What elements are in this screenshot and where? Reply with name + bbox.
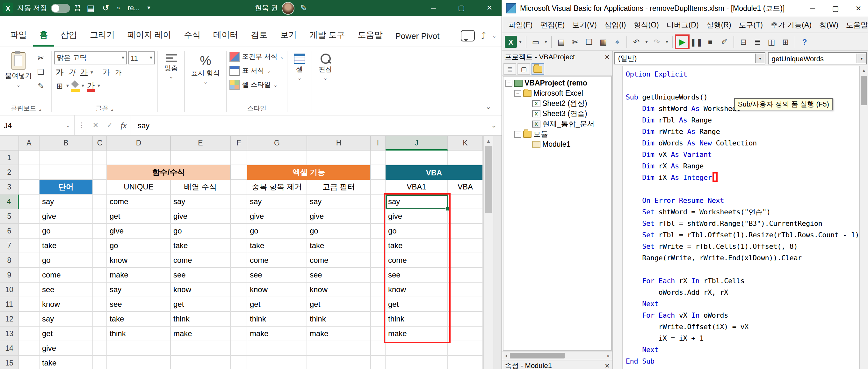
code-line-23[interactable]: rWrite.Offset(iX) = vX (626, 321, 859, 333)
italic-button[interactable]: 가 (66, 67, 77, 78)
cell-G2[interactable] (247, 165, 307, 180)
code-line-7[interactable]: Dim oWords As New Collection (626, 138, 859, 149)
cancel-icon[interactable]: ✕ (89, 115, 103, 135)
column-header-B[interactable]: B (39, 136, 93, 150)
cell-E11[interactable]: get (171, 297, 231, 312)
insert-userform-button[interactable]: ▭ (529, 35, 542, 49)
cell-H10[interactable]: know (307, 283, 371, 297)
cell-F10[interactable] (231, 283, 247, 297)
increase-font-button[interactable]: 가 (101, 67, 112, 78)
cell-D13[interactable]: think (107, 327, 171, 341)
cell-E9[interactable]: see (171, 268, 231, 283)
menu-item-10[interactable]: 창(W) (815, 17, 842, 32)
tree-item-현재_통합_문서[interactable]: X현재_통합_문서 (503, 119, 611, 129)
cell-K4[interactable] (448, 195, 483, 209)
pen-icon[interactable]: ✎ (298, 0, 309, 16)
cell-E4[interactable]: say (171, 195, 231, 209)
cell-D6[interactable]: give (107, 224, 171, 238)
row-header-1[interactable]: 1 (0, 150, 19, 165)
qat-overflow-icon[interactable]: » (115, 0, 122, 16)
cell-C2[interactable] (93, 165, 107, 180)
name-box-dropdown-icon[interactable]: ⌄ (66, 122, 70, 128)
row-header-7[interactable]: 7 (0, 238, 19, 253)
cell-F1[interactable] (231, 150, 247, 165)
cell-F8[interactable] (231, 253, 247, 268)
design-mode-button[interactable]: ✐ (718, 35, 731, 49)
row-header-2[interactable]: 2 (0, 165, 19, 180)
cell-K3[interactable]: VBA (448, 180, 483, 195)
cell-E8[interactable]: come (171, 253, 231, 268)
cell-A11[interactable] (19, 297, 39, 312)
cell-D12[interactable]: take (107, 312, 171, 327)
view-excel-button[interactable]: X (505, 36, 517, 48)
code-vscrollbar[interactable]: ▲ (859, 66, 868, 369)
cell-A2[interactable] (19, 165, 39, 180)
object-browser-button[interactable]: ◫ (765, 35, 778, 49)
cell-H13[interactable]: make (307, 327, 371, 341)
cell-B5[interactable]: give (39, 209, 93, 224)
undo-icon[interactable]: ↺ (100, 0, 111, 16)
code-line-26[interactable]: End Sub (626, 356, 859, 367)
ribbon-options-chevron-icon[interactable]: ⌄ (492, 33, 496, 38)
scroll-up-icon[interactable]: ▲ (484, 136, 493, 146)
cell-B8[interactable]: go (39, 253, 93, 268)
cell-I10[interactable] (371, 283, 385, 297)
row-header-14[interactable]: 14 (0, 341, 19, 356)
code-line-2[interactable] (626, 80, 859, 92)
menu-item-2[interactable]: 편집(E) (536, 17, 568, 32)
cell-A13[interactable] (19, 327, 39, 341)
cell-A7[interactable] (19, 238, 39, 253)
tab-2-홈[interactable]: 홈 (33, 24, 54, 47)
menu-item-11[interactable]: 도움말(H) (842, 17, 868, 32)
row-header-13[interactable]: 13 (0, 327, 19, 341)
cell-H15[interactable] (307, 356, 371, 369)
cell-K12[interactable] (448, 312, 483, 327)
cell-H9[interactable]: see (307, 268, 371, 283)
tab-7-데이터[interactable]: 데이터 (207, 24, 244, 47)
cell-D15[interactable] (107, 356, 171, 369)
font-size-combo[interactable]: 11▾ (128, 51, 155, 64)
undo-button-dropdown-icon[interactable]: ▾ (644, 35, 649, 49)
cut-button[interactable]: ✂ (34, 52, 47, 64)
expand-formula-bar-icon[interactable]: ⌄ (486, 115, 501, 135)
view-code-button[interactable]: ≣ (503, 63, 516, 75)
cell-D4[interactable]: come (107, 195, 171, 209)
row-header-5[interactable]: 5 (0, 209, 19, 224)
cell-E7[interactable]: take (171, 238, 231, 253)
menu-item-4[interactable]: 삽입(I) (601, 17, 630, 32)
column-header-H[interactable]: H (307, 136, 371, 150)
cell-C6[interactable] (93, 224, 107, 238)
cell-F7[interactable] (231, 238, 247, 253)
copy-button[interactable]: ❏ (34, 66, 47, 78)
cell-styles-button[interactable]: 셀 스타일⌄ (229, 80, 284, 90)
cell-B15[interactable]: take (39, 356, 93, 369)
cell-I5[interactable] (371, 209, 385, 224)
cell-A6[interactable] (19, 224, 39, 238)
cell-B2[interactable] (39, 165, 93, 180)
cell-F5[interactable] (231, 209, 247, 224)
code-line-20[interactable]: oWords.Add rX, rX (626, 287, 859, 299)
cell-C8[interactable] (93, 253, 107, 268)
cell-K7[interactable] (448, 238, 483, 253)
cell-G1[interactable] (247, 150, 307, 165)
tab-5-페이지 레이[interactable]: 페이지 레이 (121, 24, 178, 47)
cell-C5[interactable] (93, 209, 107, 224)
tree-expander-icon[interactable]: − (514, 90, 521, 97)
paste-dropdown-icon[interactable]: ⌄ (16, 82, 21, 88)
cell-B1[interactable] (39, 150, 93, 165)
cell-J11[interactable]: get (385, 297, 448, 312)
cell-K13[interactable] (448, 327, 483, 341)
cell-G3[interactable]: 중복 항목 제거 (247, 180, 307, 195)
code-line-9[interactable]: Dim rX As Range (626, 161, 859, 172)
cell-C1[interactable] (93, 150, 107, 165)
cell-E14[interactable] (171, 341, 231, 356)
menu-item-8[interactable]: 도구(T) (735, 17, 767, 32)
cell-J9[interactable]: see (385, 268, 448, 283)
menu-item-1[interactable]: 파일(F) (505, 17, 536, 32)
column-header-C[interactable]: C (93, 136, 107, 150)
cell-B3[interactable]: 단어 (39, 180, 93, 195)
paste-button[interactable]: 붙여넣기 ⌄ (4, 50, 33, 88)
insert-function-icon[interactable]: fx (117, 115, 131, 135)
column-header-A[interactable]: A (19, 136, 39, 150)
cell-J15[interactable] (385, 356, 448, 369)
